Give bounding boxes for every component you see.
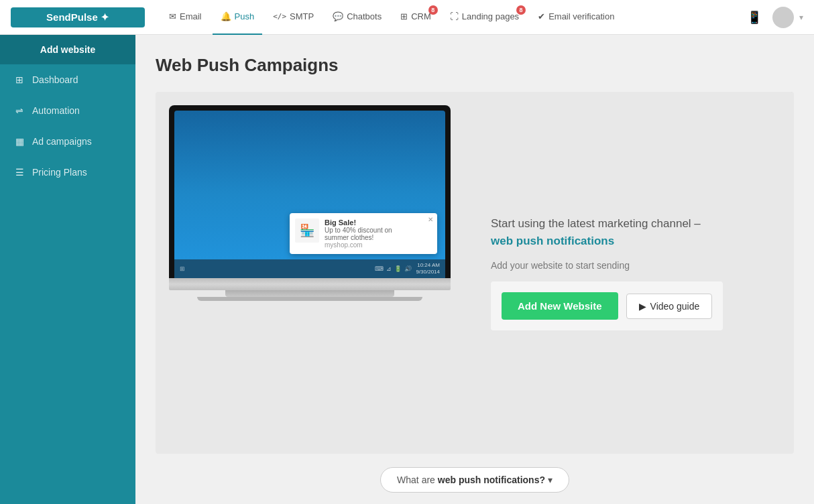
- sidebar-label-automation: Automation: [32, 105, 80, 116]
- crm-badge: 8: [428, 5, 438, 15]
- notification-body: Up to 40% discount on summer clothes!: [325, 227, 417, 241]
- info-prefix: What are: [397, 475, 438, 485]
- nav-item-smtp[interactable]: </> SMTP: [265, 0, 322, 35]
- automation-icon: ⇌: [13, 105, 25, 117]
- volume-icon: 🔊: [404, 265, 412, 272]
- start-icon: ⊞: [180, 265, 185, 272]
- laptop-screen: ✕ 🏪 Big Sale! Up to 40% discount on summ…: [174, 111, 445, 278]
- action-buttons: Add New Website ▶ Video guide: [491, 281, 723, 330]
- info-highlighted: web push notifications?: [438, 475, 545, 485]
- push-nav-icon: 🔔: [221, 11, 231, 21]
- sidebar: Add website ⊞ Dashboard ⇌ Automation ▦ A…: [0, 35, 135, 504]
- dashboard-icon: ⊞: [13, 74, 25, 86]
- promo-line2: web push notifications: [491, 235, 614, 247]
- right-content: Start using the latest marketing channel…: [477, 215, 780, 330]
- sidebar-item-pricing-plans[interactable]: ☰ Pricing Plans: [0, 157, 135, 188]
- taskbar: ⊞ ⌨ ⊿ 🔋 🔊 10:24 AM 9/30/2014: [174, 259, 445, 278]
- notification-close-icon[interactable]: ✕: [428, 216, 433, 223]
- keyboard-icon: ⌨: [375, 265, 384, 272]
- landing-nav-icon: ⛶: [450, 11, 459, 21]
- nav-label-crm: CRM: [411, 11, 431, 21]
- nav-item-landing[interactable]: ⛶ Landing pages 8: [442, 0, 527, 35]
- nav-item-email[interactable]: ✉ Email: [161, 0, 210, 35]
- sidebar-item-dashboard[interactable]: ⊞ Dashboard: [0, 64, 135, 95]
- laptop-screen-outer: ✕ 🏪 Big Sale! Up to 40% discount on summ…: [169, 105, 451, 278]
- sidebar-item-ad-campaigns[interactable]: ▦ Ad campaigns: [0, 126, 135, 157]
- promo-line1: Start using the latest marketing channel…: [491, 217, 701, 230]
- campaigns-container: ✕ 🏪 Big Sale! Up to 40% discount on summ…: [156, 92, 794, 454]
- top-navigation: SendPulse ✦ ✉ Email 🔔 Push </> SMTP 💬 Ch…: [0, 0, 814, 35]
- avatar-dropdown-icon[interactable]: ▾: [799, 13, 803, 22]
- sidebar-label-pricing-plans: Pricing Plans: [32, 167, 87, 178]
- ad-campaigns-icon: ▦: [13, 135, 25, 147]
- nav-label-chatbots: Chatbots: [347, 11, 382, 21]
- nav-item-chatbots[interactable]: 💬 Chatbots: [325, 0, 390, 35]
- network-icon: ⊿: [386, 265, 392, 272]
- main-layout: Add website ⊞ Dashboard ⇌ Automation ▦ A…: [0, 35, 814, 504]
- add-new-website-button[interactable]: Add New Website: [502, 292, 618, 320]
- notification-text: Big Sale! Up to 40% discount on summer c…: [325, 218, 417, 249]
- promo-sub: Add your website to start sending: [491, 260, 780, 271]
- battery-icon: 🔋: [394, 265, 402, 272]
- page-title: Web Push Campaigns: [156, 55, 794, 76]
- email-nav-icon: ✉: [169, 11, 176, 21]
- nav-label-push: Push: [235, 11, 255, 21]
- laptop-stand: [225, 290, 394, 297]
- content-area: Web Push Campaigns ℹ ✕ 🏪 Big Sale!: [135, 35, 814, 504]
- play-icon: ▶: [639, 301, 646, 312]
- nav-right: 📱 ▾: [742, 7, 803, 28]
- nav-label-email-verify: Email verification: [548, 11, 614, 21]
- video-guide-button[interactable]: ▶ Video guide: [626, 294, 713, 319]
- chatbots-nav-icon: 💬: [333, 11, 343, 21]
- laptop-base: [169, 278, 451, 290]
- pricing-plans-icon: ☰: [13, 166, 25, 178]
- promo-text: Start using the latest marketing channel…: [491, 215, 780, 249]
- mobile-icon[interactable]: 📱: [742, 7, 767, 27]
- avatar[interactable]: [772, 7, 794, 28]
- nav-items: ✉ Email 🔔 Push </> SMTP 💬 Chatbots ⊞ CRM…: [161, 0, 742, 35]
- web-push-info-button[interactable]: What are web push notifications? ▾: [380, 467, 569, 493]
- landing-badge: 8: [516, 5, 526, 15]
- sidebar-label-ad-campaigns: Ad campaigns: [32, 136, 92, 147]
- taskbar-time: 10:24 AM 9/30/2014: [416, 262, 440, 276]
- info-suffix: ▾: [545, 475, 553, 485]
- nav-item-crm[interactable]: ⊞ CRM 8: [392, 0, 439, 35]
- notification-icon: 🏪: [295, 218, 319, 243]
- sidebar-item-automation[interactable]: ⇌ Automation: [0, 95, 135, 126]
- notification-popup: ✕ 🏪 Big Sale! Up to 40% discount on summ…: [290, 213, 437, 254]
- add-website-sidebar-button[interactable]: Add website: [0, 35, 135, 64]
- nav-label-landing: Landing pages: [462, 11, 519, 21]
- nav-label-email: Email: [180, 11, 202, 21]
- smtp-nav-icon: </>: [273, 12, 286, 21]
- laptop-mockup: ✕ 🏪 Big Sale! Up to 40% discount on summ…: [169, 105, 451, 301]
- sidebar-label-dashboard: Dashboard: [32, 74, 78, 85]
- video-guide-label: Video guide: [650, 301, 700, 312]
- bottom-info: What are web push notifications? ▾: [156, 467, 794, 493]
- email-verify-nav-icon: ✔: [538, 11, 545, 21]
- notification-title: Big Sale!: [325, 218, 417, 227]
- logo[interactable]: SendPulse ✦: [11, 7, 145, 27]
- nav-label-smtp: SMTP: [290, 11, 314, 21]
- laptop-foot: [197, 297, 422, 301]
- notification-url: myshop.com: [325, 241, 417, 249]
- nav-item-email-verify[interactable]: ✔ Email verification: [530, 0, 622, 35]
- nav-item-push[interactable]: 🔔 Push: [213, 0, 263, 35]
- crm-nav-icon: ⊞: [400, 11, 408, 21]
- taskbar-icons: ⌨ ⊿ 🔋 🔊: [375, 265, 412, 272]
